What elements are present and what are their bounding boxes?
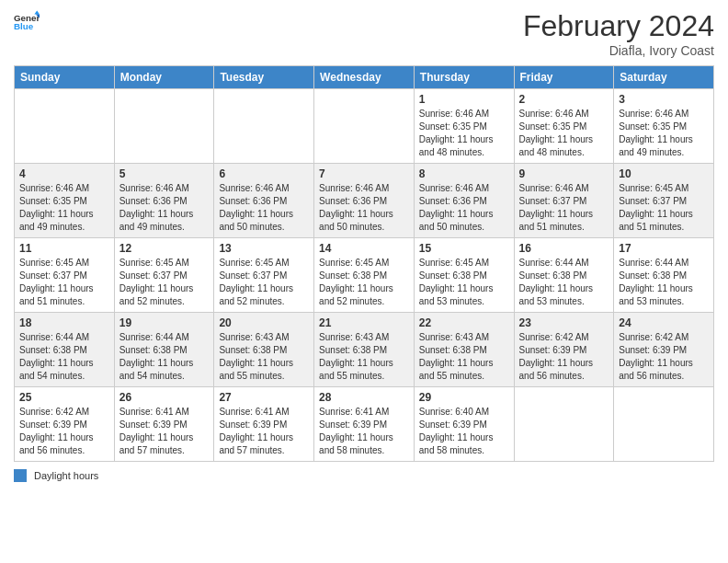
calendar-cell — [214, 89, 314, 164]
calendar-cell: 28Sunrise: 6:41 AM Sunset: 6:39 PM Dayli… — [314, 387, 415, 462]
day-info: Sunrise: 6:41 AM Sunset: 6:39 PM Dayligh… — [219, 406, 309, 457]
day-info: Sunrise: 6:46 AM Sunset: 6:35 PM Dayligh… — [19, 182, 109, 234]
day-info: Sunrise: 6:43 AM Sunset: 6:38 PM Dayligh… — [419, 331, 509, 383]
legend-color-box — [14, 469, 27, 482]
col-header-tuesday: Tuesday — [214, 66, 314, 89]
calendar-cell: 16Sunrise: 6:44 AM Sunset: 6:38 PM Dayli… — [514, 238, 614, 313]
day-number: 18 — [19, 316, 109, 329]
week-row: 11Sunrise: 6:45 AM Sunset: 6:37 PM Dayli… — [15, 238, 714, 313]
week-row: 18Sunrise: 6:44 AM Sunset: 6:38 PM Dayli… — [15, 313, 714, 387]
day-number: 28 — [319, 391, 409, 404]
week-row: 4Sunrise: 6:46 AM Sunset: 6:35 PM Daylig… — [15, 164, 714, 238]
logo: General Blue — [14, 9, 40, 35]
day-number: 27 — [219, 391, 309, 404]
day-info: Sunrise: 6:44 AM Sunset: 6:38 PM Dayligh… — [519, 257, 609, 308]
day-number: 13 — [219, 242, 309, 255]
calendar-cell: 5Sunrise: 6:46 AM Sunset: 6:36 PM Daylig… — [114, 164, 214, 238]
day-number: 10 — [619, 167, 709, 180]
day-number: 3 — [619, 93, 709, 106]
day-number: 14 — [319, 242, 409, 255]
col-header-friday: Friday — [514, 66, 614, 89]
col-header-wednesday: Wednesday — [314, 66, 415, 89]
location: Diafla, Ivory Coast — [523, 43, 714, 58]
day-info: Sunrise: 6:45 AM Sunset: 6:38 PM Dayligh… — [319, 257, 409, 308]
day-number: 20 — [219, 316, 309, 329]
calendar-cell: 10Sunrise: 6:45 AM Sunset: 6:37 PM Dayli… — [614, 164, 714, 238]
day-info: Sunrise: 6:45 AM Sunset: 6:37 PM Dayligh… — [219, 257, 309, 308]
day-info: Sunrise: 6:41 AM Sunset: 6:39 PM Dayligh… — [319, 406, 409, 457]
calendar-cell — [114, 89, 214, 164]
calendar-cell: 7Sunrise: 6:46 AM Sunset: 6:36 PM Daylig… — [314, 164, 415, 238]
calendar-cell — [514, 387, 614, 462]
col-header-monday: Monday — [114, 66, 214, 89]
day-number: 26 — [119, 391, 210, 404]
calendar-cell: 29Sunrise: 6:40 AM Sunset: 6:39 PM Dayli… — [414, 387, 514, 462]
month-year: February 2024 — [523, 9, 714, 43]
day-info: Sunrise: 6:46 AM Sunset: 6:37 PM Dayligh… — [519, 182, 609, 234]
day-number: 6 — [219, 167, 309, 180]
calendar-cell: 11Sunrise: 6:45 AM Sunset: 6:37 PM Dayli… — [15, 238, 115, 313]
calendar-cell: 20Sunrise: 6:43 AM Sunset: 6:38 PM Dayli… — [214, 313, 314, 387]
day-info: Sunrise: 6:46 AM Sunset: 6:35 PM Dayligh… — [519, 108, 609, 159]
page: General Blue February 2024 Diafla, Ivory… — [0, 0, 728, 563]
calendar-cell: 12Sunrise: 6:45 AM Sunset: 6:37 PM Dayli… — [114, 238, 214, 313]
day-number: 5 — [119, 167, 210, 180]
calendar-cell: 18Sunrise: 6:44 AM Sunset: 6:38 PM Dayli… — [15, 313, 115, 387]
day-info: Sunrise: 6:46 AM Sunset: 6:35 PM Dayligh… — [419, 108, 509, 159]
day-info: Sunrise: 6:46 AM Sunset: 6:36 PM Dayligh… — [219, 182, 309, 234]
day-number: 21 — [319, 316, 409, 329]
logo-icon: General Blue — [14, 9, 40, 35]
calendar-cell: 6Sunrise: 6:46 AM Sunset: 6:36 PM Daylig… — [214, 164, 314, 238]
calendar-cell: 25Sunrise: 6:42 AM Sunset: 6:39 PM Dayli… — [15, 387, 115, 462]
calendar-cell: 19Sunrise: 6:44 AM Sunset: 6:38 PM Dayli… — [114, 313, 214, 387]
calendar-cell: 21Sunrise: 6:43 AM Sunset: 6:38 PM Dayli… — [314, 313, 415, 387]
col-header-thursday: Thursday — [414, 66, 514, 89]
day-number: 19 — [119, 316, 210, 329]
day-number: 16 — [519, 242, 609, 255]
day-number: 24 — [619, 316, 709, 329]
day-number: 8 — [419, 167, 509, 180]
calendar-cell: 8Sunrise: 6:46 AM Sunset: 6:36 PM Daylig… — [414, 164, 514, 238]
calendar-cell — [614, 387, 714, 462]
day-info: Sunrise: 6:46 AM Sunset: 6:35 PM Dayligh… — [619, 108, 709, 159]
day-number: 29 — [419, 391, 509, 404]
day-number: 9 — [519, 167, 609, 180]
day-info: Sunrise: 6:40 AM Sunset: 6:39 PM Dayligh… — [419, 406, 509, 457]
calendar-cell: 23Sunrise: 6:42 AM Sunset: 6:39 PM Dayli… — [514, 313, 614, 387]
day-info: Sunrise: 6:45 AM Sunset: 6:37 PM Dayligh… — [119, 257, 210, 308]
day-info: Sunrise: 6:46 AM Sunset: 6:36 PM Dayligh… — [119, 182, 210, 234]
week-row: 1Sunrise: 6:46 AM Sunset: 6:35 PM Daylig… — [15, 89, 714, 164]
col-header-saturday: Saturday — [614, 66, 714, 89]
day-info: Sunrise: 6:42 AM Sunset: 6:39 PM Dayligh… — [519, 331, 609, 383]
footer: Daylight hours — [14, 469, 714, 482]
calendar-cell: 1Sunrise: 6:46 AM Sunset: 6:35 PM Daylig… — [414, 89, 514, 164]
day-number: 4 — [19, 167, 109, 180]
calendar-cell: 3Sunrise: 6:46 AM Sunset: 6:35 PM Daylig… — [614, 89, 714, 164]
calendar-cell: 26Sunrise: 6:41 AM Sunset: 6:39 PM Dayli… — [114, 387, 214, 462]
calendar-cell: 17Sunrise: 6:44 AM Sunset: 6:38 PM Dayli… — [614, 238, 714, 313]
day-number: 11 — [19, 242, 109, 255]
day-info: Sunrise: 6:44 AM Sunset: 6:38 PM Dayligh… — [119, 331, 210, 383]
header: General Blue February 2024 Diafla, Ivory… — [14, 9, 714, 58]
day-info: Sunrise: 6:45 AM Sunset: 6:37 PM Dayligh… — [619, 182, 709, 234]
day-info: Sunrise: 6:42 AM Sunset: 6:39 PM Dayligh… — [19, 406, 109, 457]
day-number: 12 — [119, 242, 210, 255]
day-info: Sunrise: 6:41 AM Sunset: 6:39 PM Dayligh… — [119, 406, 210, 457]
day-number: 15 — [419, 242, 509, 255]
day-number: 1 — [419, 93, 509, 106]
day-number: 2 — [519, 93, 609, 106]
day-number: 22 — [419, 316, 509, 329]
day-info: Sunrise: 6:44 AM Sunset: 6:38 PM Dayligh… — [19, 331, 109, 383]
title-block: February 2024 Diafla, Ivory Coast — [523, 9, 714, 58]
svg-text:Blue: Blue — [14, 21, 34, 31]
day-info: Sunrise: 6:45 AM Sunset: 6:38 PM Dayligh… — [419, 257, 509, 308]
day-info: Sunrise: 6:45 AM Sunset: 6:37 PM Dayligh… — [19, 257, 109, 308]
legend-label: Daylight hours — [34, 470, 98, 481]
calendar: SundayMondayTuesdayWednesdayThursdayFrid… — [14, 65, 714, 462]
day-info: Sunrise: 6:46 AM Sunset: 6:36 PM Dayligh… — [319, 182, 409, 234]
day-info: Sunrise: 6:43 AM Sunset: 6:38 PM Dayligh… — [319, 331, 409, 383]
col-header-sunday: Sunday — [15, 66, 115, 89]
calendar-cell: 13Sunrise: 6:45 AM Sunset: 6:37 PM Dayli… — [214, 238, 314, 313]
day-info: Sunrise: 6:42 AM Sunset: 6:39 PM Dayligh… — [619, 331, 709, 383]
calendar-cell: 4Sunrise: 6:46 AM Sunset: 6:35 PM Daylig… — [15, 164, 115, 238]
